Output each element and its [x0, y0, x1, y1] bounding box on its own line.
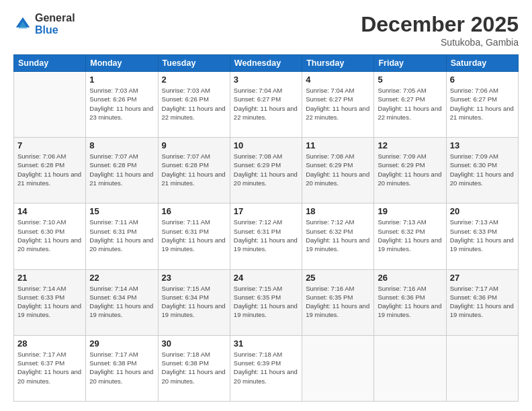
- calendar-table: Sunday Monday Tuesday Wednesday Thursday…: [13, 54, 519, 402]
- calendar-cell: 4Sunrise: 7:04 AMSunset: 6:27 PMDaylight…: [302, 72, 374, 138]
- day-number: 18: [306, 206, 370, 216]
- day-number: 25: [306, 273, 370, 283]
- day-number: 29: [89, 338, 154, 349]
- day-info: Sunrise: 7:18 AMSunset: 6:38 PMDaylight:…: [162, 350, 226, 385]
- calendar-cell: 2Sunrise: 7:03 AMSunset: 6:26 PMDaylight…: [158, 72, 230, 138]
- logo-blue: Blue: [35, 24, 75, 36]
- calendar-cell: 15Sunrise: 7:11 AMSunset: 6:31 PMDayligh…: [86, 203, 158, 269]
- day-info: Sunrise: 7:12 AMSunset: 6:32 PMDaylight:…: [306, 218, 370, 253]
- day-number: 2: [162, 75, 226, 85]
- day-number: 28: [17, 338, 82, 349]
- day-number: 27: [450, 273, 515, 283]
- day-info: Sunrise: 7:03 AMSunset: 6:26 PMDaylight:…: [89, 86, 154, 122]
- logo-general: General: [35, 12, 75, 24]
- calendar-cell: 25Sunrise: 7:16 AMSunset: 6:35 PMDayligh…: [302, 269, 374, 335]
- calendar-cell: 1Sunrise: 7:03 AMSunset: 6:26 PMDaylight…: [86, 72, 158, 138]
- day-number: 4: [306, 75, 370, 85]
- calendar-cell: [302, 335, 374, 401]
- day-info: Sunrise: 7:08 AMSunset: 6:29 PMDaylight:…: [234, 152, 298, 187]
- day-number: 21: [17, 273, 82, 283]
- day-info: Sunrise: 7:07 AMSunset: 6:28 PMDaylight:…: [89, 152, 154, 187]
- day-info: Sunrise: 7:09 AMSunset: 6:29 PMDaylight:…: [378, 152, 442, 187]
- day-info: Sunrise: 7:11 AMSunset: 6:31 PMDaylight:…: [162, 218, 226, 253]
- calendar-cell: 21Sunrise: 7:14 AMSunset: 6:33 PMDayligh…: [14, 269, 86, 335]
- day-info: Sunrise: 7:06 AMSunset: 6:28 PMDaylight:…: [17, 152, 82, 187]
- calendar-week-row: 28Sunrise: 7:17 AMSunset: 6:37 PMDayligh…: [14, 335, 519, 401]
- calendar-cell: 11Sunrise: 7:08 AMSunset: 6:29 PMDayligh…: [302, 138, 374, 203]
- day-number: 24: [234, 273, 298, 283]
- calendar-cell: 28Sunrise: 7:17 AMSunset: 6:37 PMDayligh…: [14, 335, 86, 401]
- day-number: 9: [162, 140, 226, 150]
- day-info: Sunrise: 7:06 AMSunset: 6:27 PMDaylight:…: [450, 86, 515, 122]
- logo: General Blue: [13, 12, 75, 36]
- day-number: 20: [450, 206, 515, 216]
- day-info: Sunrise: 7:16 AMSunset: 6:35 PMDaylight:…: [306, 284, 370, 320]
- calendar-cell: 30Sunrise: 7:18 AMSunset: 6:38 PMDayligh…: [158, 335, 230, 401]
- day-info: Sunrise: 7:18 AMSunset: 6:39 PMDaylight:…: [234, 350, 298, 385]
- day-number: 19: [378, 206, 442, 216]
- col-tuesday: Tuesday: [158, 55, 230, 72]
- day-number: 8: [89, 140, 154, 150]
- day-number: 6: [450, 75, 515, 85]
- calendar-cell: 3Sunrise: 7:04 AMSunset: 6:27 PMDaylight…: [230, 72, 302, 138]
- day-info: Sunrise: 7:17 AMSunset: 6:37 PMDaylight:…: [17, 350, 82, 385]
- day-info: Sunrise: 7:07 AMSunset: 6:28 PMDaylight:…: [162, 152, 226, 187]
- logo-icon: [13, 15, 32, 34]
- calendar-cell: 12Sunrise: 7:09 AMSunset: 6:29 PMDayligh…: [374, 138, 446, 203]
- title-area: December 2025 Sutukoba, Gambia: [361, 12, 519, 48]
- day-number: 16: [162, 206, 226, 216]
- logo-text: General Blue: [35, 12, 75, 36]
- calendar-week-row: 21Sunrise: 7:14 AMSunset: 6:33 PMDayligh…: [14, 269, 519, 335]
- day-number: 17: [234, 206, 298, 216]
- page: General Blue December 2025 Sutukoba, Gam…: [0, 0, 532, 411]
- day-info: Sunrise: 7:03 AMSunset: 6:26 PMDaylight:…: [162, 86, 226, 122]
- header: General Blue December 2025 Sutukoba, Gam…: [13, 12, 519, 48]
- day-info: Sunrise: 7:09 AMSunset: 6:30 PMDaylight:…: [450, 152, 515, 187]
- calendar-cell: 20Sunrise: 7:13 AMSunset: 6:33 PMDayligh…: [446, 203, 518, 269]
- day-number: 23: [162, 273, 226, 283]
- calendar-week-row: 1Sunrise: 7:03 AMSunset: 6:26 PMDaylight…: [14, 72, 519, 138]
- calendar-cell: 18Sunrise: 7:12 AMSunset: 6:32 PMDayligh…: [302, 203, 374, 269]
- day-info: Sunrise: 7:14 AMSunset: 6:34 PMDaylight:…: [89, 284, 154, 320]
- calendar-cell: 22Sunrise: 7:14 AMSunset: 6:34 PMDayligh…: [86, 269, 158, 335]
- month-title: December 2025: [361, 12, 519, 37]
- day-number: 5: [378, 75, 442, 85]
- day-info: Sunrise: 7:10 AMSunset: 6:30 PMDaylight:…: [17, 218, 82, 253]
- day-number: 14: [17, 206, 82, 216]
- calendar-cell: 24Sunrise: 7:15 AMSunset: 6:35 PMDayligh…: [230, 269, 302, 335]
- day-number: 3: [234, 75, 298, 85]
- calendar-cell: 13Sunrise: 7:09 AMSunset: 6:30 PMDayligh…: [446, 138, 518, 203]
- header-row: Sunday Monday Tuesday Wednesday Thursday…: [14, 55, 519, 72]
- day-number: 26: [378, 273, 442, 283]
- calendar-cell: 29Sunrise: 7:17 AMSunset: 6:38 PMDayligh…: [86, 335, 158, 401]
- day-number: 13: [450, 140, 515, 150]
- calendar-cell: 10Sunrise: 7:08 AMSunset: 6:29 PMDayligh…: [230, 138, 302, 203]
- calendar-cell: 23Sunrise: 7:15 AMSunset: 6:34 PMDayligh…: [158, 269, 230, 335]
- calendar-cell: 14Sunrise: 7:10 AMSunset: 6:30 PMDayligh…: [14, 203, 86, 269]
- day-info: Sunrise: 7:04 AMSunset: 6:27 PMDaylight:…: [234, 86, 298, 122]
- day-info: Sunrise: 7:08 AMSunset: 6:29 PMDaylight:…: [306, 152, 370, 187]
- col-thursday: Thursday: [302, 55, 374, 72]
- calendar-cell: 7Sunrise: 7:06 AMSunset: 6:28 PMDaylight…: [14, 138, 86, 203]
- day-info: Sunrise: 7:13 AMSunset: 6:32 PMDaylight:…: [378, 218, 442, 253]
- day-number: 22: [89, 273, 154, 283]
- calendar-cell: 26Sunrise: 7:16 AMSunset: 6:36 PMDayligh…: [374, 269, 446, 335]
- calendar-cell: 6Sunrise: 7:06 AMSunset: 6:27 PMDaylight…: [446, 72, 518, 138]
- day-info: Sunrise: 7:15 AMSunset: 6:34 PMDaylight:…: [162, 284, 226, 320]
- calendar-cell: 27Sunrise: 7:17 AMSunset: 6:36 PMDayligh…: [446, 269, 518, 335]
- col-sunday: Sunday: [14, 55, 86, 72]
- day-number: 15: [89, 206, 154, 216]
- calendar-cell: [14, 72, 86, 138]
- day-number: 10: [234, 140, 298, 150]
- col-monday: Monday: [86, 55, 158, 72]
- location-subtitle: Sutukoba, Gambia: [361, 37, 519, 48]
- day-number: 12: [378, 140, 442, 150]
- day-number: 7: [17, 140, 82, 150]
- calendar-week-row: 7Sunrise: 7:06 AMSunset: 6:28 PMDaylight…: [14, 138, 519, 203]
- day-info: Sunrise: 7:16 AMSunset: 6:36 PMDaylight:…: [378, 284, 442, 320]
- calendar-cell: 16Sunrise: 7:11 AMSunset: 6:31 PMDayligh…: [158, 203, 230, 269]
- col-wednesday: Wednesday: [230, 55, 302, 72]
- calendar-cell: 31Sunrise: 7:18 AMSunset: 6:39 PMDayligh…: [230, 335, 302, 401]
- calendar-cell: 5Sunrise: 7:05 AMSunset: 6:27 PMDaylight…: [374, 72, 446, 138]
- col-saturday: Saturday: [446, 55, 518, 72]
